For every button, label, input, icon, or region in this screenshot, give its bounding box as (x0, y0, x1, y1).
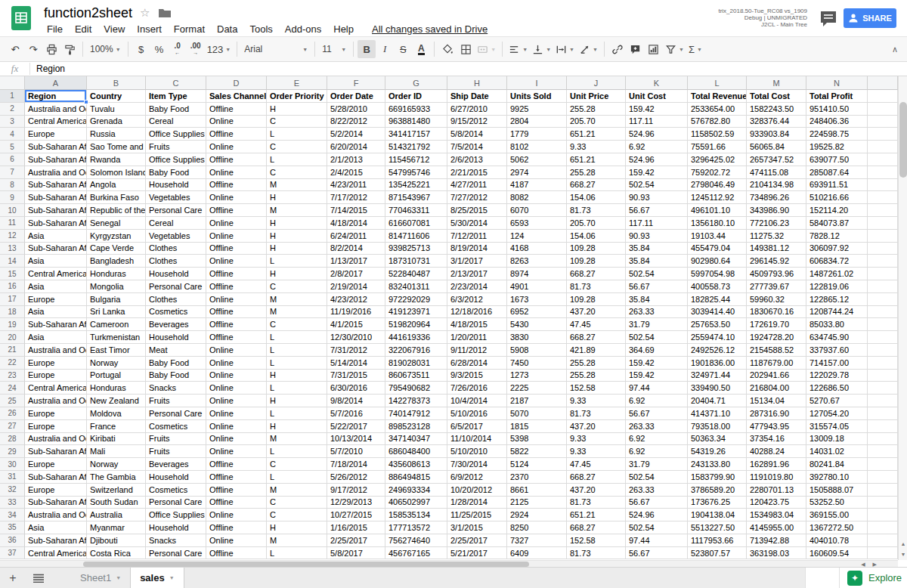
cell-C16[interactable]: Personal Care (146, 280, 206, 293)
cell-B31[interactable]: The Gambia (87, 471, 146, 484)
cell-F3[interactable]: 8/22/2012 (327, 116, 385, 128)
cell-X26[interactable] (868, 407, 898, 420)
cell-D5[interactable]: Online (206, 141, 267, 153)
cell-M36[interactable]: 713942.88 (747, 534, 806, 547)
cell-G10[interactable]: 770463311 (385, 204, 447, 217)
cell-X22[interactable] (868, 357, 898, 370)
cell-X23[interactable] (868, 370, 898, 382)
column-header-M[interactable]: M (747, 76, 806, 90)
cell-L1[interactable]: Total Revenue (688, 90, 747, 103)
cell-F18[interactable]: 11/19/2016 (327, 306, 385, 319)
cell-B35[interactable]: Myanmar (87, 521, 146, 534)
cell-B21[interactable]: East Timor (87, 344, 146, 357)
row-header-8[interactable]: 8 (0, 179, 25, 192)
row-header-16[interactable]: 16 (0, 280, 25, 293)
cell-M24[interactable]: 216804.00 (747, 382, 806, 395)
cell-I35[interactable]: 8250 (507, 521, 567, 534)
cell-J17[interactable]: 109.28 (567, 293, 626, 306)
cell-F32[interactable]: 9/17/2012 (327, 484, 385, 497)
column-header-A[interactable]: A (25, 76, 87, 90)
cell-G18[interactable]: 419123971 (385, 306, 447, 319)
cell-J15[interactable]: 668.27 (567, 268, 626, 280)
cell-G30[interactable]: 435608613 (385, 458, 447, 471)
cell-N8[interactable]: 693911.51 (806, 179, 868, 192)
row-header-19[interactable]: 19 (0, 318, 25, 331)
row-header-10[interactable]: 10 (0, 204, 25, 217)
cell-N33[interactable]: 53252.50 (806, 497, 868, 509)
row-header-6[interactable]: 6 (0, 153, 25, 166)
cell-L23[interactable]: 324971.44 (688, 370, 747, 382)
cell-J14[interactable]: 109.28 (567, 255, 626, 268)
cell-X17[interactable] (868, 293, 898, 306)
cell-E31[interactable]: L (267, 471, 327, 484)
menu-item-add-ons[interactable]: Add-ons (280, 22, 326, 36)
cell-X5[interactable] (868, 141, 898, 153)
cell-G31[interactable]: 886494815 (385, 471, 447, 484)
cell-L13[interactable]: 455479.04 (688, 243, 747, 255)
cell-F30[interactable]: 7/18/2014 (327, 458, 385, 471)
cell-M26[interactable]: 287316.90 (747, 407, 806, 420)
cell-H22[interactable]: 6/28/2014 (447, 357, 507, 370)
menu-item-format[interactable]: Format (169, 22, 209, 36)
cell-X27[interactable] (868, 420, 898, 433)
cell-A31[interactable]: Sub-Saharan Afr (25, 471, 87, 484)
cell-J9[interactable]: 154.06 (567, 191, 626, 204)
column-header-J[interactable]: J (567, 76, 626, 90)
row-header-34[interactable]: 34 (0, 509, 25, 521)
row-header-3[interactable]: 3 (0, 116, 25, 128)
cell-F9[interactable]: 7/17/2012 (327, 191, 385, 204)
cell-M7[interactable]: 474115.08 (747, 166, 806, 179)
cell-C6[interactable]: Office Supplies (146, 153, 206, 166)
row-header-30[interactable]: 30 (0, 458, 25, 471)
cell-G37[interactable]: 456767165 (385, 547, 447, 560)
row-header-36[interactable]: 36 (0, 534, 25, 547)
cell-L6[interactable]: 3296425.02 (688, 153, 747, 166)
row-header-29[interactable]: 29 (0, 445, 25, 458)
cell-G9[interactable]: 871543967 (385, 191, 447, 204)
cell-C5[interactable]: Fruits (146, 141, 206, 153)
cell-L17[interactable]: 182825.44 (688, 293, 747, 306)
cell-H19[interactable]: 4/18/2015 (447, 318, 507, 331)
cell-I6[interactable]: 5062 (507, 153, 567, 166)
cell-J13[interactable]: 109.28 (567, 243, 626, 255)
cell-E32[interactable]: M (267, 484, 327, 497)
cell-M29[interactable]: 40288.24 (747, 445, 806, 458)
cell-M23[interactable]: 202941.66 (747, 370, 806, 382)
cell-D11[interactable]: Online (206, 217, 267, 230)
cell-A9[interactable]: Sub-Saharan Afr (25, 191, 87, 204)
cell-A20[interactable]: Asia (25, 331, 87, 344)
cell-C21[interactable]: Meat (146, 344, 206, 357)
fill-handle[interactable] (84, 100, 88, 104)
cell-C14[interactable]: Clothes (146, 255, 206, 268)
cell-L19[interactable]: 257653.50 (688, 318, 747, 331)
cell-H1[interactable]: Ship Date (447, 90, 507, 103)
cell-N34[interactable]: 369155.00 (806, 509, 868, 521)
column-header-C[interactable]: C (146, 76, 206, 90)
cell-L33[interactable]: 173676.25 (688, 497, 747, 509)
cell-X33[interactable] (868, 497, 898, 509)
format-currency-button[interactable]: $ (132, 40, 150, 58)
cell-L11[interactable]: 1356180.10 (688, 217, 747, 230)
cell-H18[interactable]: 12/18/2016 (447, 306, 507, 319)
cell-C26[interactable]: Personal Care (146, 407, 206, 420)
cell-C36[interactable]: Snacks (146, 534, 206, 547)
cell-H25[interactable]: 10/4/2014 (447, 395, 507, 407)
cell-A13[interactable]: Sub-Saharan Afr (25, 243, 87, 255)
cell-C1[interactable]: Item Type (146, 90, 206, 103)
cell-L20[interactable]: 2559474.10 (688, 331, 747, 344)
cell-E37[interactable]: L (267, 547, 327, 560)
cell-J35[interactable]: 668.27 (567, 521, 626, 534)
cell-F7[interactable]: 2/4/2015 (327, 166, 385, 179)
cell-J20[interactable]: 668.27 (567, 331, 626, 344)
cell-G2[interactable]: 669165933 (385, 103, 447, 116)
cell-E14[interactable]: L (267, 255, 327, 268)
cell-L35[interactable]: 5513227.50 (688, 521, 747, 534)
cell-B18[interactable]: Sri Lanka (87, 306, 146, 319)
cell-M9[interactable]: 734896.26 (747, 191, 806, 204)
cell-H9[interactable]: 7/27/2012 (447, 191, 507, 204)
toolbar-collapse-button[interactable]: ∧ (892, 45, 898, 54)
cell-F21[interactable]: 7/31/2012 (327, 344, 385, 357)
cell-M14[interactable]: 296145.92 (747, 255, 806, 268)
italic-button[interactable]: I (376, 40, 394, 58)
scroll-up-button[interactable]: ▲ (899, 539, 907, 549)
